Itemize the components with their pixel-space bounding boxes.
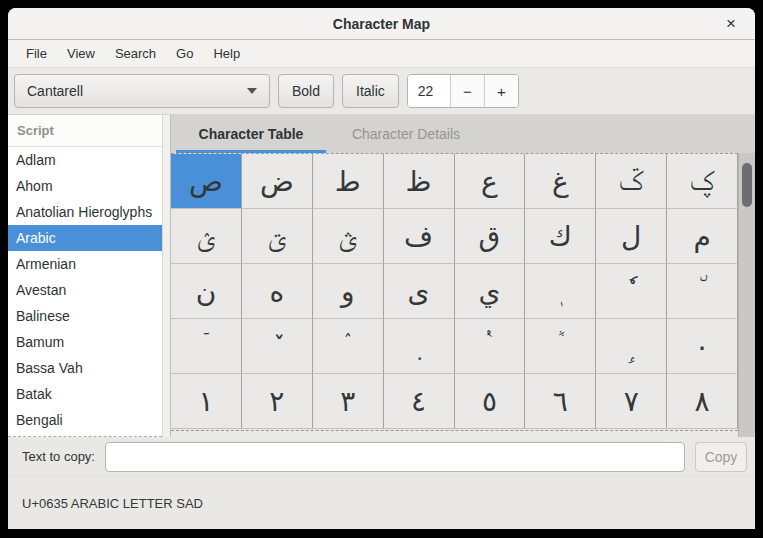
grid-partial-row [171,430,738,437]
font-family-value: Cantarell [27,83,83,99]
character-cell[interactable]: ع [455,154,526,209]
decrease-size-button[interactable]: − [450,75,484,107]
character-cell[interactable]: ق [455,209,526,264]
character-cell[interactable]: ف [384,209,455,264]
tab-character-table[interactable]: Character Table [176,115,326,153]
character-cell[interactable]: م [667,209,738,264]
menu-item[interactable]: Go [166,40,203,67]
active-tab-underline [176,150,326,153]
content-area: Script AdlamAhomAnatolian HieroglyphsAra… [8,115,755,437]
character-cell[interactable]: ٞ [525,319,596,374]
script-list-item[interactable]: Balinese [8,303,162,329]
character-cell[interactable]: ٦ [525,374,596,429]
script-list-item[interactable]: Avestan [8,277,162,303]
character-cell[interactable]: ك [525,209,596,264]
character-cell[interactable]: ى [384,264,455,319]
character-cell[interactable]: ه [242,264,313,319]
menu-item[interactable]: Help [203,40,250,67]
main-panel: Character Table Character Details صضطظعغ… [170,115,755,437]
character-cell[interactable]: ٧ [596,374,667,429]
character-cell[interactable]: ٟ [596,319,667,374]
character-cell[interactable]: ٖ [525,264,596,319]
bold-button[interactable]: Bold [278,74,334,108]
script-list-item[interactable]: Arabic [8,225,162,251]
character-cell[interactable]: ػ [596,154,667,209]
character-cell[interactable]: ٜ [384,319,455,374]
text-to-copy-label: Text to copy: [22,449,95,464]
font-size-value[interactable]: 22 [408,75,450,107]
character-cell[interactable]: غ [525,154,596,209]
character-cell[interactable]: ؽ [171,209,242,264]
window-title: Character Map [333,16,430,32]
script-list: AdlamAhomAnatolian HieroglyphsArabicArme… [8,147,162,437]
script-list-item[interactable]: Bengali [8,407,162,433]
close-icon[interactable]: × [717,8,745,40]
character-cell[interactable]: و [313,264,384,319]
character-cell[interactable]: ٠ [667,319,738,374]
copy-bar: Text to copy: Copy [8,437,755,477]
character-grid: صضطظعغػؼؽؾؿفقكلمنهوىي ٖ ٗ ٘ ٙ ٚ ٛ ٜ ٝ ٞ … [171,153,738,430]
script-list-item[interactable]: Anatolian Hieroglyphs [8,199,162,225]
sidebar-scroll-strip[interactable] [163,115,170,437]
menu-item[interactable]: File [16,40,57,67]
character-map-window: Character Map × FileViewSearchGoHelp Can… [8,8,755,529]
script-list-item[interactable]: Bamum [8,329,162,355]
copy-button[interactable]: Copy [695,442,747,472]
statusbar: U+0635 ARABIC LETTER SAD [8,477,755,529]
tab-character-details[interactable]: Character Details [326,115,486,153]
character-cell[interactable]: ٝ [455,319,526,374]
italic-button[interactable]: Italic [342,74,399,108]
character-cell[interactable]: ٗ [596,264,667,319]
menu-item[interactable]: Search [105,40,166,67]
script-list-item[interactable]: Armenian [8,251,162,277]
character-cell[interactable]: ٨ [667,374,738,429]
character-cell[interactable]: ظ [384,154,455,209]
character-cell[interactable]: ٥ [455,374,526,429]
character-cell[interactable]: ٛ [313,319,384,374]
character-cell[interactable]: ؿ [313,209,384,264]
menubar: FileViewSearchGoHelp [8,40,755,68]
character-cell[interactable]: ل [596,209,667,264]
script-list-item[interactable]: Batak [8,381,162,407]
font-family-dropdown[interactable]: Cantarell [14,74,270,108]
script-list-item[interactable]: Adlam [8,147,162,173]
character-cell[interactable]: ٘ [667,264,738,319]
character-cell[interactable]: ط [313,154,384,209]
grid-scrollbar-thumb[interactable] [742,163,752,207]
grid-scrollbar[interactable] [738,153,755,437]
script-list-header: Script [8,115,162,147]
increase-size-button[interactable]: + [484,75,518,107]
script-sidebar: Script AdlamAhomAnatolian HieroglyphsAra… [8,115,163,437]
tabbar: Character Table Character Details [171,115,755,153]
character-cell[interactable]: ؾ [242,209,313,264]
character-cell[interactable]: ٢ [242,374,313,429]
character-cell[interactable]: ٣ [313,374,384,429]
character-cell[interactable]: ض [242,154,313,209]
character-cell[interactable]: ٙ [171,319,242,374]
toolbar: Cantarell Bold Italic 22 − + [8,68,755,115]
script-list-item[interactable]: Ahom [8,173,162,199]
text-to-copy-input[interactable] [105,442,685,472]
titlebar[interactable]: Character Map × [8,8,755,40]
character-cell[interactable]: ؼ [667,154,738,209]
character-cell[interactable]: ي [455,264,526,319]
character-cell[interactable]: ص [171,154,242,209]
menu-item[interactable]: View [57,40,105,67]
status-text: U+0635 ARABIC LETTER SAD [22,496,203,511]
character-grid-area: صضطظعغػؼؽؾؿفقكلمنهوىي ٖ ٗ ٘ ٙ ٚ ٛ ٜ ٝ ٞ … [171,153,755,437]
character-cell[interactable]: ن [171,264,242,319]
chevron-down-icon [247,88,257,94]
character-cell[interactable]: ٚ [242,319,313,374]
character-cell[interactable]: ٤ [384,374,455,429]
font-size-spinner: 22 − + [407,74,519,108]
character-cell[interactable]: ١ [171,374,242,429]
script-list-item[interactable]: Bassa Vah [8,355,162,381]
